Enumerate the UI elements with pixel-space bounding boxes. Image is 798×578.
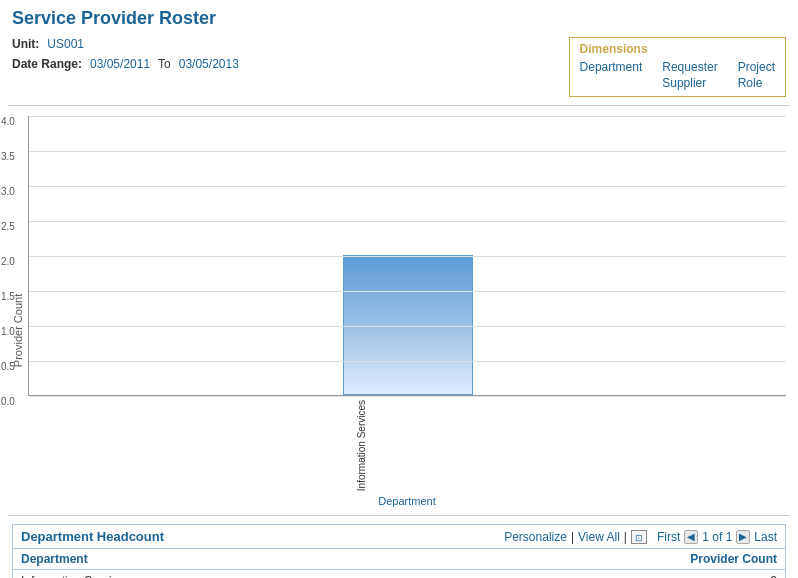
y-tick-label: 3.5: [1, 151, 15, 162]
last-label: Last: [754, 530, 777, 544]
chart-area: Provider Count 4.03.53.02.52.01.51.00.50…: [0, 106, 798, 515]
col-count-header: Provider Count: [677, 552, 777, 566]
view-all-link[interactable]: View All: [578, 530, 620, 544]
bar-rect: [343, 255, 473, 395]
grid-line: [29, 116, 786, 117]
dimensions-title: Dimensions: [580, 42, 775, 56]
grid-line: [29, 291, 786, 292]
chart-bar: [343, 255, 473, 395]
row-count: 2: [677, 574, 777, 578]
y-tick-label: 1.0: [1, 326, 15, 337]
grid-line: [29, 256, 786, 257]
row-dept: Information Services: [21, 574, 677, 578]
page-title: Service Provider Roster: [0, 0, 798, 33]
dimension-role[interactable]: Role: [738, 76, 775, 90]
y-tick-label: 2.0: [1, 256, 15, 267]
y-axis-label: Provider Count: [12, 116, 24, 515]
x-axis-label: Department: [28, 495, 786, 507]
grid-line: [29, 361, 786, 362]
chart-grid: 4.03.53.02.52.01.51.00.50.0: [28, 116, 786, 396]
y-tick-label: 0.0: [1, 396, 15, 407]
y-tick-label: 0.5: [1, 361, 15, 372]
dimension-requester[interactable]: Requester: [662, 60, 717, 74]
date-to-label: To: [158, 57, 171, 71]
x-tick-label: Information Services: [356, 400, 486, 491]
grid-line: [29, 396, 786, 397]
grid-line: [29, 221, 786, 222]
y-tick-label: 2.5: [1, 221, 15, 232]
y-tick-label: 1.5: [1, 291, 15, 302]
first-label: First: [657, 530, 680, 544]
grid-line: [29, 151, 786, 152]
dimension-supplier[interactable]: Supplier: [662, 76, 717, 90]
dimension-department[interactable]: Department: [580, 60, 643, 74]
table-title: Department Headcount: [21, 529, 498, 544]
dimensions-box: Dimensions Department Requester Project …: [569, 37, 786, 97]
y-tick-label: 4.0: [1, 116, 15, 127]
y-tick-label: 3.0: [1, 186, 15, 197]
grid-line: [29, 326, 786, 327]
table-nav: Personalize | View All | ⊡ First ◀ 1 of …: [504, 530, 777, 544]
table-header-row: Department Headcount Personalize | View …: [13, 525, 785, 549]
unit-value: US001: [47, 37, 84, 51]
grid-line: [29, 186, 786, 187]
unit-label: Unit:: [12, 37, 39, 51]
col-dept-header: Department: [21, 552, 677, 566]
prev-btn[interactable]: ◀: [684, 530, 698, 544]
table-section: Department Headcount Personalize | View …: [12, 524, 786, 578]
next-btn[interactable]: ▶: [736, 530, 750, 544]
page-info: 1 of 1: [702, 530, 732, 544]
x-axis: Information Services: [28, 400, 786, 491]
date-to: 03/05/2013: [179, 57, 239, 71]
export-icon[interactable]: ⊡: [631, 530, 647, 544]
date-range-label: Date Range:: [12, 57, 82, 71]
col-headers: Department Provider Count: [13, 549, 785, 570]
date-from: 03/05/2011: [90, 57, 150, 71]
personalize-link[interactable]: Personalize: [504, 530, 567, 544]
dimension-project[interactable]: Project: [738, 60, 775, 74]
table-row: Information Services 2: [13, 570, 785, 578]
